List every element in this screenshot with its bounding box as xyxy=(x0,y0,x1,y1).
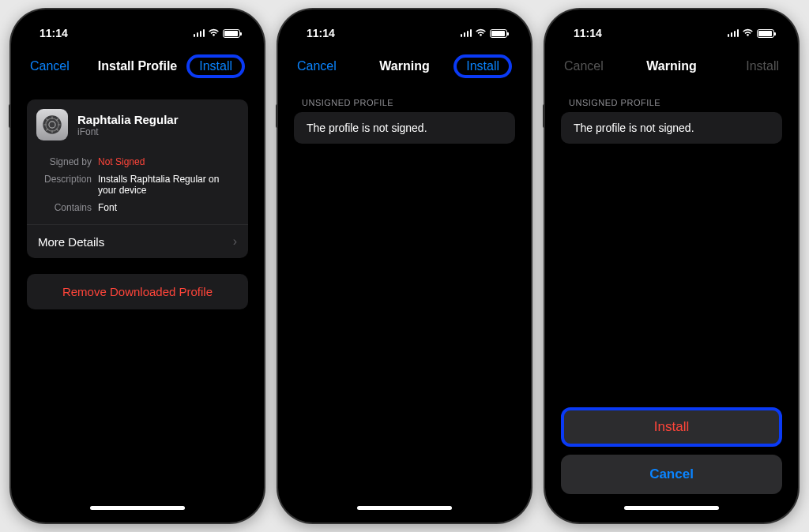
battery-icon xyxy=(223,29,240,38)
nav-title: Warning xyxy=(379,59,429,73)
profile-header: Raphtalia Regular iFont xyxy=(27,99,248,150)
nav-bar: Cancel Warning Install xyxy=(286,49,523,84)
phone-frame-2: 11:14 Cancel Warning Install UNSIGNED PR… xyxy=(278,9,531,523)
more-details-row[interactable]: More Details › xyxy=(27,224,248,258)
phone-frame-1: 11:14 Cancel Install Profile Install xyxy=(11,9,264,523)
profile-name: Raphtalia Regular xyxy=(77,113,179,126)
profile-details: Signed by Not Signed Description Install… xyxy=(27,150,248,224)
content: UNSIGNED PROFILE The profile is not sign… xyxy=(286,84,523,515)
status-indicators xyxy=(728,27,775,39)
status-indicators xyxy=(194,27,241,39)
nav-title: Warning xyxy=(646,59,696,73)
cancel-button[interactable]: Cancel xyxy=(30,59,70,73)
content: Raphtalia Regular iFont Signed by Not Si… xyxy=(19,84,256,515)
description-value: Installs Raphtalia Regular on your devic… xyxy=(98,174,239,196)
more-details-label: More Details xyxy=(38,235,104,249)
wifi-icon xyxy=(475,27,487,39)
notch xyxy=(78,17,197,38)
section-header-unsigned: UNSIGNED PROFILE xyxy=(553,92,790,112)
profile-card: Raphtalia Regular iFont Signed by Not Si… xyxy=(27,99,248,258)
home-indicator[interactable] xyxy=(624,506,719,510)
nav-bar: Cancel Install Profile Install xyxy=(19,49,256,84)
install-button[interactable]: Install xyxy=(453,54,512,78)
settings-gear-icon xyxy=(36,109,68,140)
status-time: 11:14 xyxy=(307,27,335,39)
remove-profile-button[interactable]: Remove Downloaded Profile xyxy=(27,274,248,309)
nav-title: Install Profile xyxy=(98,59,177,73)
profile-source: iFont xyxy=(77,126,179,137)
sheet-install-button[interactable]: Install xyxy=(561,407,782,447)
home-indicator[interactable] xyxy=(357,506,452,510)
section-header-unsigned: UNSIGNED PROFILE xyxy=(286,92,523,112)
wifi-icon xyxy=(208,27,220,39)
description-label: Description xyxy=(36,174,92,196)
action-sheet: Install Cancel xyxy=(553,407,790,515)
notch xyxy=(612,17,731,38)
cancel-button[interactable]: Cancel xyxy=(297,59,337,73)
signed-by-value: Not Signed xyxy=(98,156,145,167)
chevron-right-icon: › xyxy=(233,234,237,249)
battery-icon xyxy=(757,29,774,38)
warning-message: The profile is not signed. xyxy=(561,112,782,144)
screen-warning: 11:14 Cancel Warning Install UNSIGNED PR… xyxy=(286,17,523,515)
sheet-cancel-button[interactable]: Cancel xyxy=(561,455,782,494)
install-button: Install xyxy=(746,59,779,73)
cancel-button: Cancel xyxy=(564,59,604,73)
signed-by-label: Signed by xyxy=(36,156,92,167)
contains-label: Contains xyxy=(36,202,92,213)
status-time: 11:14 xyxy=(40,27,68,39)
phone-frame-3: 11:14 Cancel Warning Install UNSIGNED PR… xyxy=(545,9,798,523)
screen-warning-sheet: 11:14 Cancel Warning Install UNSIGNED PR… xyxy=(553,17,790,515)
battery-icon xyxy=(490,29,507,38)
wifi-icon xyxy=(742,27,754,39)
nav-bar: Cancel Warning Install xyxy=(553,49,790,84)
status-time: 11:14 xyxy=(574,27,602,39)
home-indicator[interactable] xyxy=(90,506,185,510)
screen-install-profile: 11:14 Cancel Install Profile Install xyxy=(19,17,256,515)
contains-value: Font xyxy=(98,202,117,213)
status-indicators xyxy=(461,27,508,39)
notch xyxy=(345,17,464,38)
warning-message: The profile is not signed. xyxy=(294,112,515,144)
install-button[interactable]: Install xyxy=(186,54,245,78)
